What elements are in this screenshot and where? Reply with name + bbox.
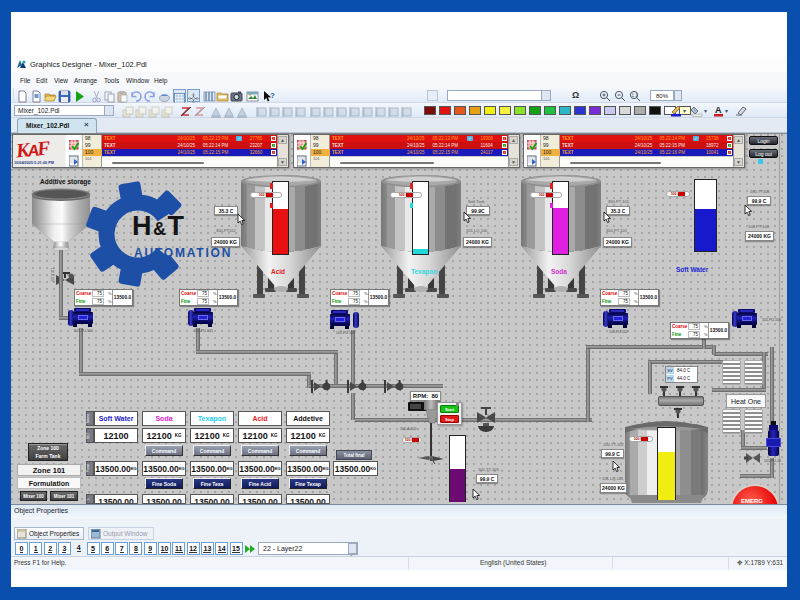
svg-text:A: A — [715, 105, 722, 115]
svg-text:▾: ▾ — [683, 108, 686, 114]
svg-text:▾: ▾ — [704, 108, 707, 114]
svg-text:▾: ▾ — [725, 108, 728, 114]
svg-text:?: ? — [270, 91, 275, 100]
svg-text:1:1: 1:1 — [632, 93, 639, 98]
